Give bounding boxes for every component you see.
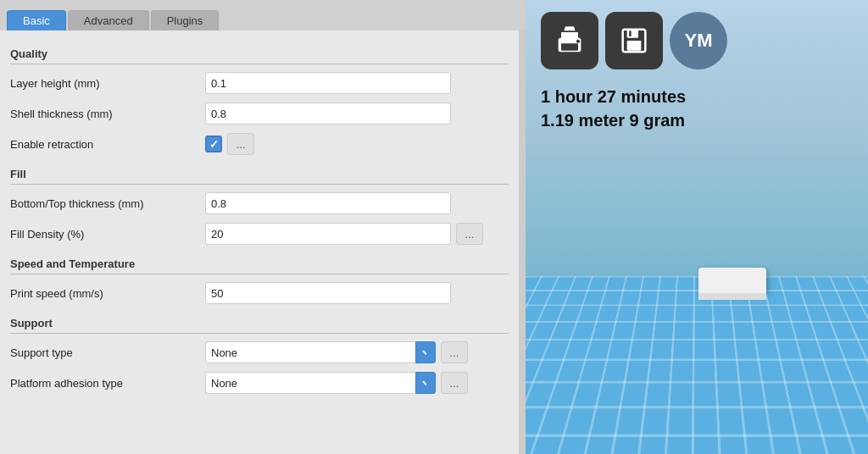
label-enable-retraction: Enable retraction: [10, 138, 205, 151]
section-quality: Quality: [10, 42, 509, 64]
print-icon: [553, 24, 587, 58]
row-fill-density: Fill Density (%) ...: [10, 219, 509, 249]
label-print-speed: Print speed (mm/s): [10, 287, 205, 300]
svg-rect-2: [561, 43, 578, 50]
input-bottom-top-thickness[interactable]: [205, 192, 451, 214]
avatar-btn[interactable]: YM: [670, 12, 727, 69]
dropdown-btn-adhesion[interactable]: [415, 372, 436, 394]
checkbox-retraction[interactable]: [205, 136, 222, 152]
svg-rect-8: [629, 30, 632, 36]
print-object-preview: [698, 268, 766, 293]
ellipsis-btn-retraction[interactable]: ...: [227, 133, 254, 155]
section-speed-temp: Speed and Temperature: [10, 252, 509, 274]
label-layer-height: Layer height (mm): [10, 77, 205, 90]
label-shell-thickness: Shell thickness (mm): [10, 108, 205, 120]
scrollbar[interactable]: [519, 30, 526, 454]
ellipsis-btn-support[interactable]: ...: [441, 341, 468, 363]
label-support-type: Support type: [10, 346, 205, 359]
svg-point-3: [576, 40, 580, 43]
checkbox-container-retraction: [205, 136, 222, 152]
input-shell-thickness[interactable]: [205, 102, 451, 125]
tab-advanced[interactable]: Advanced: [68, 10, 149, 30]
ellipsis-btn-adhesion[interactable]: ...: [441, 372, 468, 394]
tab-bar: Basic Advanced Plugins: [0, 0, 526, 30]
row-support-type: Support type None Touching buildplate Ev…: [10, 337, 509, 368]
left-panel: Basic Advanced Plugins Quality Layer hei…: [0, 0, 526, 454]
svg-rect-6: [627, 30, 638, 38]
tab-plugins[interactable]: Plugins: [151, 10, 220, 30]
select-support-type[interactable]: None Touching buildplate Everywhere: [205, 341, 415, 363]
input-fill-density[interactable]: [205, 223, 451, 245]
label-bottom-top-thickness: Bottom/Top thickness (mm): [10, 197, 205, 210]
row-bottom-top-thickness: Bottom/Top thickness (mm): [10, 188, 509, 219]
settings-panel: Quality Layer height (mm) Shell thicknes…: [0, 30, 519, 454]
label-fill-density: Fill Density (%): [10, 228, 205, 241]
print-icon-btn[interactable]: [541, 12, 598, 69]
row-shell-thickness: Shell thickness (mm): [10, 98, 509, 129]
select-platform-adhesion[interactable]: None Brim Raft: [205, 372, 415, 394]
avatar-initials: YM: [685, 30, 713, 52]
select-wrapper-adhesion: None Brim Raft: [205, 372, 436, 394]
select-wrapper-support: None Touching buildplate Everywhere: [205, 341, 436, 363]
row-layer-height: Layer height (mm): [10, 68, 509, 98]
svg-rect-1: [561, 32, 578, 39]
section-fill: Fill: [10, 163, 509, 185]
svg-rect-7: [627, 41, 642, 51]
dropdown-btn-support[interactable]: [415, 341, 436, 363]
row-enable-retraction: Enable retraction ...: [10, 129, 509, 159]
save-icon: [617, 24, 651, 58]
section-support: Support: [10, 312, 509, 334]
svg-marker-4: [564, 26, 575, 30]
label-platform-adhesion: Platform adhesion type: [10, 377, 205, 390]
row-print-speed: Print speed (mm/s): [10, 278, 509, 308]
right-panel: YM 1 hour 27 minutes 1.19 meter 9 gram: [526, 0, 868, 454]
build-platform: [526, 276, 868, 454]
top-icons-bar: YM: [526, 0, 868, 81]
ellipsis-btn-fill-density[interactable]: ...: [456, 223, 483, 245]
print-info: 1 hour 27 minutes 1.19 meter 9 gram: [526, 81, 868, 136]
print-material: 1.19 meter 9 gram: [541, 108, 853, 132]
save-icon-btn[interactable]: [605, 12, 663, 69]
3d-preview: [526, 200, 868, 454]
input-layer-height[interactable]: [205, 72, 451, 94]
print-time: 1 hour 27 minutes: [541, 85, 853, 108]
input-print-speed[interactable]: [205, 282, 451, 304]
tab-basic[interactable]: Basic: [7, 10, 66, 30]
row-platform-adhesion: Platform adhesion type None Brim Raft ..…: [10, 368, 509, 398]
